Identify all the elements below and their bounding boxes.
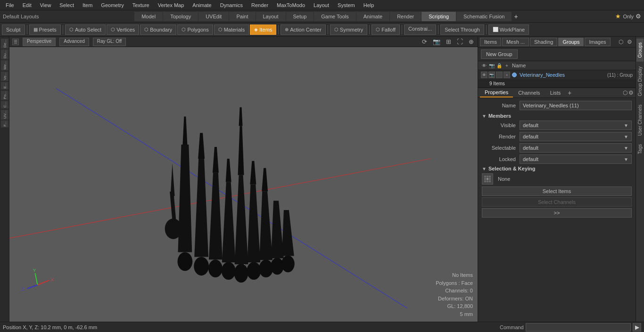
new-group-button[interactable]: New Group	[481, 49, 518, 59]
members-arrow[interactable]: ▼	[482, 113, 487, 119]
tab-game-tools[interactable]: Game Tools	[314, 12, 356, 21]
tab-topology[interactable]: Topology	[163, 12, 198, 21]
camera-icon[interactable]: 📷	[432, 38, 441, 45]
group-lock-icon[interactable]	[496, 72, 503, 78]
select-items-button[interactable]: Select Items	[482, 186, 632, 196]
command-input[interactable]	[526, 323, 631, 332]
render-dropdown[interactable]: default ▼	[520, 132, 632, 141]
menu-animate[interactable]: Animate	[189, 1, 215, 9]
menu-system[interactable]: System	[334, 1, 359, 9]
command-go-button[interactable]: ▶	[633, 323, 641, 332]
panel-tab-mesh[interactable]: Mesh ...	[502, 38, 529, 46]
advanced-button[interactable]: Advanced	[59, 38, 89, 46]
tab-animate[interactable]: Animate	[356, 12, 389, 21]
tab-properties[interactable]: Properties	[480, 88, 513, 97]
presets-button[interactable]: ▦ Presets	[29, 24, 61, 35]
group-list-item[interactable]: 👁 📷 + Veterinary_Needles (11) : Group	[478, 70, 636, 80]
panel-tab-shading[interactable]: Shading	[530, 38, 557, 46]
sidebar-vert-button[interactable]: Ve...	[1, 72, 8, 81]
layouts-dropdown[interactable]: Default Layouts	[3, 14, 39, 19]
props-settings-icon[interactable]: ⚙	[628, 89, 634, 96]
vtab-groups[interactable]: Groups	[636, 39, 644, 62]
maximize-icon[interactable]: ⊕	[468, 38, 475, 45]
vertices-button[interactable]: ⬡ Vertices	[107, 24, 139, 35]
tab-model[interactable]: Model	[134, 12, 163, 21]
menu-dynamics[interactable]: Dynamics	[216, 1, 247, 9]
sidebar-poly-button[interactable]: Po...	[1, 90, 8, 100]
panel-tab-images[interactable]: Images	[585, 38, 610, 46]
vtab-group-display[interactable]: Group Display	[636, 63, 644, 100]
falloff-button[interactable]: ⬡ Falloff	[372, 24, 400, 35]
star-icon[interactable]: ★	[615, 13, 621, 20]
fullscreen-icon[interactable]: ⛶	[456, 38, 464, 45]
constraint-button[interactable]: Constrai...	[404, 24, 436, 35]
menu-texture[interactable]: Texture	[129, 1, 153, 9]
add-tab-icon[interactable]: +	[566, 89, 573, 97]
workplane-button[interactable]: ⬜ WorkPlane	[488, 24, 529, 35]
vtab-user-channels[interactable]: User Channels	[636, 101, 644, 139]
materials-button[interactable]: ⬡ Materials	[214, 24, 249, 35]
menu-select[interactable]: Select	[56, 1, 78, 9]
menu-render[interactable]: Render	[248, 1, 272, 9]
group-add-icon[interactable]: +	[504, 72, 510, 78]
tab-lists[interactable]: Lists	[545, 89, 566, 97]
panel-expand-icon[interactable]: ⬡	[617, 39, 625, 45]
polygons-button[interactable]: ⬡ Polygons	[177, 24, 213, 35]
vtab-tags[interactable]: Tags	[636, 140, 644, 158]
sidebar-c-button[interactable]: C...	[1, 101, 8, 108]
viewport-canvas[interactable]: X Y Z No Items Polygons : Face Channels:…	[9, 47, 478, 322]
sidebar-f-button[interactable]: F...	[1, 121, 8, 128]
sidebar-edge-button[interactable]: E...	[1, 82, 8, 89]
panel-tab-groups[interactable]: Groups	[558, 38, 584, 46]
raygl-button[interactable]: Ray GL: Off	[93, 38, 126, 46]
menu-help[interactable]: Help	[360, 1, 378, 9]
keying-grid-icon[interactable]	[482, 173, 493, 185]
panel-tab-items[interactable]: Items	[480, 38, 501, 46]
chevron-right-button[interactable]: >>	[482, 208, 632, 218]
tab-render[interactable]: Render	[390, 12, 421, 21]
group-eye-icon[interactable]: 👁	[481, 72, 487, 78]
menu-edit[interactable]: Edit	[19, 1, 35, 9]
menu-view[interactable]: View	[36, 1, 55, 9]
settings-icon[interactable]: ⚙	[636, 13, 641, 20]
menu-layout[interactable]: Layout	[310, 1, 333, 9]
perspective-button[interactable]: Perspective	[23, 38, 56, 46]
rotate-icon[interactable]: ⟳	[421, 38, 428, 45]
selectable-dropdown[interactable]: default ▼	[520, 143, 632, 153]
action-center-button[interactable]: ⊕ Action Center	[281, 24, 326, 35]
select-channels-button[interactable]: Select Channels	[482, 197, 632, 207]
tab-scripting[interactable]: Scripting	[421, 12, 456, 21]
select-through-button[interactable]: Select Through	[440, 24, 484, 35]
grid-icon[interactable]: ⊞	[445, 38, 452, 45]
symmetry-button[interactable]: ⬡ Symmetry	[330, 24, 368, 35]
menu-file[interactable]: File	[2, 1, 18, 9]
panel-settings-icon[interactable]: ⚙	[626, 39, 634, 45]
sidebar-top-button[interactable]: De...	[1, 39, 8, 49]
menu-vertex-map[interactable]: Vertex Map	[154, 1, 188, 9]
tab-setup[interactable]: Setup	[286, 12, 314, 21]
menu-item[interactable]: Item	[79, 1, 96, 9]
locked-dropdown[interactable]: default ▼	[520, 154, 632, 164]
menu-geometry[interactable]: Geometry	[97, 1, 127, 9]
items-button[interactable]: ◈ Items	[250, 24, 276, 35]
tab-schematic-fusion[interactable]: Schematic Fusion	[456, 12, 512, 21]
sidebar-uv-button[interactable]: UV...	[1, 110, 8, 120]
tab-layout[interactable]: Layout	[256, 12, 286, 21]
name-input[interactable]	[520, 101, 632, 110]
sculpt-button[interactable]: Sculpt	[2, 24, 25, 35]
props-expand-icon[interactable]: ⬡	[623, 89, 627, 96]
sidebar-mesh-button[interactable]: Me...	[1, 60, 8, 71]
viewport-menu-icon[interactable]: ☰	[12, 39, 19, 45]
add-layout-button[interactable]: +	[512, 13, 520, 20]
boundary-button[interactable]: ⬡ Boundary	[140, 24, 176, 35]
viewport[interactable]: ☰ Perspective Advanced Ray GL: Off ⟳ 📷 ⊞…	[9, 37, 478, 322]
col-add-icon[interactable]: +	[504, 62, 510, 69]
auto-select-button[interactable]: ⬡ Auto Select	[65, 24, 106, 35]
tab-uvedit[interactable]: UVEdit	[198, 12, 229, 21]
tab-channels[interactable]: Channels	[513, 89, 545, 97]
tab-paint[interactable]: Paint	[229, 12, 255, 21]
visible-dropdown[interactable]: default ▼	[520, 121, 632, 130]
selection-arrow[interactable]: ▼	[482, 166, 487, 171]
menu-maxtomodo[interactable]: MaxToModo	[273, 1, 309, 9]
sidebar-dup-button[interactable]: Du...	[1, 49, 8, 59]
